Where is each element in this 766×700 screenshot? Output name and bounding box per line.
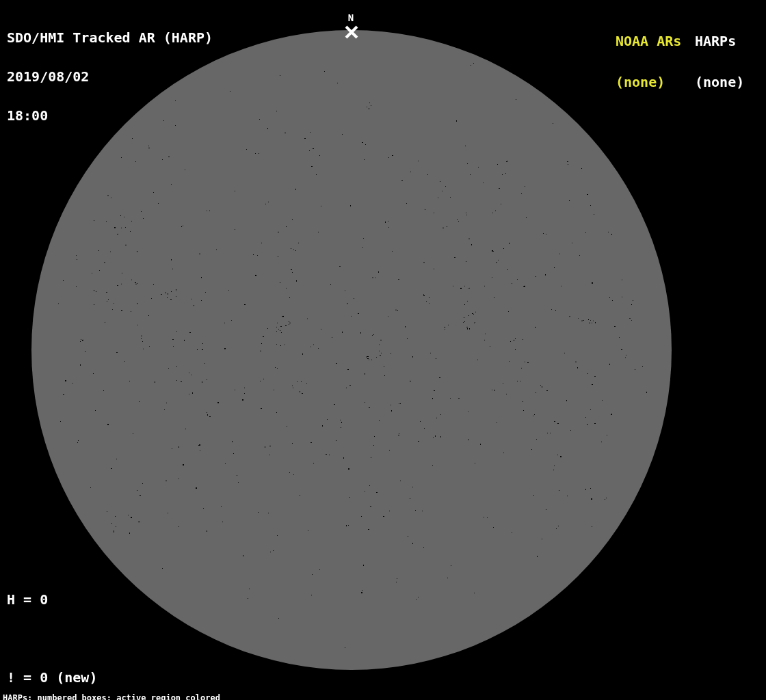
legend-spacer (7, 632, 163, 645)
observation-date: 2019/08/02 (7, 70, 213, 83)
harps-status: HARPs (none) (695, 7, 744, 116)
north-pole-label: N (341, 13, 361, 23)
noaa-ars-value: (none) (616, 75, 681, 89)
harp-full-disk-view: SDO/HMI Tracked AR (HARP) 2019/08/02 18:… (0, 0, 766, 700)
observation-time: 18:00 (7, 109, 213, 122)
noaa-ars-label: NOAA ARs (616, 34, 681, 48)
footnotes: HARPs: numbered boxes; active region col… (3, 677, 289, 700)
north-pole-cross-icon (344, 25, 359, 40)
harps-label: HARPs (695, 34, 744, 48)
harps-value: (none) (695, 75, 744, 89)
noaa-ars-status: NOAA ARs (none) (616, 7, 681, 116)
footnote-harps: HARPs: numbered boxes; active region col… (3, 694, 289, 700)
page-title: SDO/HMI Tracked AR (HARP) (7, 31, 213, 44)
header: SDO/HMI Tracked AR (HARP) 2019/08/02 18:… (7, 5, 213, 148)
harp-count: H = 0 (7, 593, 163, 606)
